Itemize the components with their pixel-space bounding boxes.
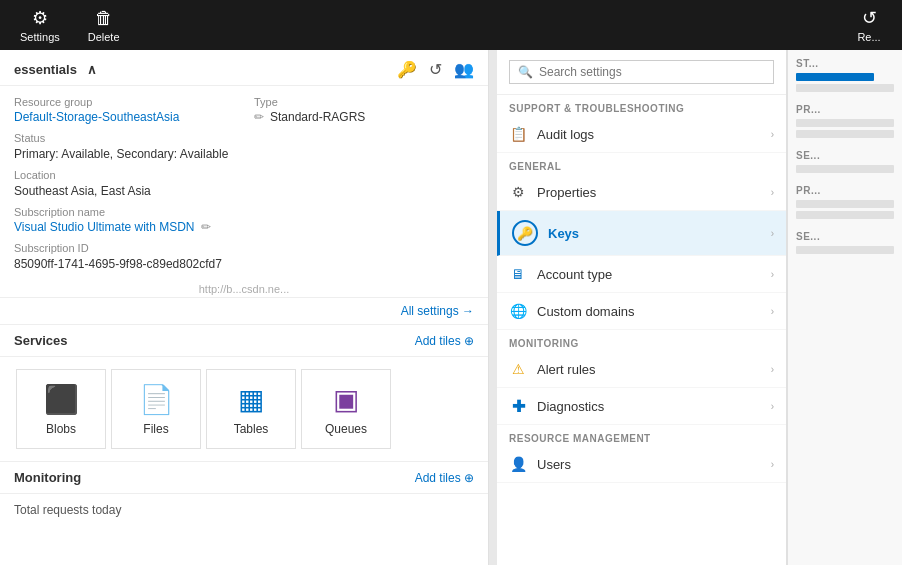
settings-item-users[interactable]: 👤 Users › [497, 446, 786, 483]
search-input-wrap: 🔍 [509, 60, 774, 84]
status-item: Status Primary: Available, Secondary: Av… [14, 132, 234, 161]
frp-section-1: PR... [796, 104, 894, 138]
alert-rules-chevron: › [771, 364, 774, 375]
resource-group-value[interactable]: Default-Storage-SoutheastAsia [14, 110, 179, 124]
services-add-tiles[interactable]: Add tiles ⊕ [415, 334, 474, 348]
frp-label-2: SE... [796, 150, 894, 161]
frp-label-4: SE... [796, 231, 894, 242]
keys-icon: 🔑 [517, 226, 533, 241]
main-area: essentials ∧ 🔑 ↺ 👥 Resource group Defaul… [0, 50, 902, 565]
subscription-name-item: Subscription name Visual Studio Ultimate… [14, 206, 234, 234]
reconnect-icon: ↺ [862, 7, 877, 29]
blobs-label: Blobs [46, 422, 76, 436]
frp-bar-3-1 [796, 211, 894, 219]
tile-blobs[interactable]: ⬛ Blobs [16, 369, 106, 449]
settings-button[interactable]: ⚙ Settings [8, 3, 72, 47]
files-label: Files [143, 422, 168, 436]
category-general: GENERAL [497, 153, 786, 174]
monitoring-text: Total requests today [14, 503, 121, 517]
search-icon: 🔍 [518, 65, 533, 79]
search-settings-input[interactable] [539, 65, 765, 79]
audit-logs-icon: 📋 [509, 125, 527, 143]
frp-section-2: SE... [796, 150, 894, 173]
diagnostics-icon: ✚ [509, 397, 527, 415]
essentials-title: essentials ∧ [14, 62, 97, 77]
custom-domains-chevron: › [771, 306, 774, 317]
keys-chevron: › [771, 228, 774, 239]
key-icon[interactable]: 🔑 [397, 60, 417, 79]
all-settings-link[interactable]: All settings → [401, 304, 474, 318]
settings-item-diagnostics[interactable]: ✚ Diagnostics › [497, 388, 786, 425]
info-grid: Resource group Default-Storage-Southeast… [0, 86, 488, 281]
alert-rules-label: Alert rules [537, 362, 761, 377]
frp-label-1: PR... [796, 104, 894, 115]
refresh-icon[interactable]: ↺ [429, 60, 442, 79]
delete-label: Delete [88, 31, 120, 43]
account-type-label: Account type [537, 267, 761, 282]
users-label: Users [537, 457, 761, 472]
category-support: SUPPORT & TROUBLESHOOTING [497, 95, 786, 116]
left-panel: essentials ∧ 🔑 ↺ 👥 Resource group Defaul… [0, 50, 489, 565]
settings-item-audit-logs[interactable]: 📋 Audit logs › [497, 116, 786, 153]
type-value: Standard-RAGRS [270, 110, 365, 124]
status-value: Primary: Available, Secondary: Available [14, 147, 228, 161]
subscription-name-label: Subscription name [14, 206, 234, 218]
type-label: Type [254, 96, 474, 108]
frp-bar-1-1 [796, 130, 894, 138]
settings-item-keys[interactable]: 🔑 Keys › [497, 211, 786, 256]
subscription-id-value: 85090ff-1741-4695-9f98-c89ed802cfd7 [14, 257, 222, 271]
custom-domains-icon: 🌐 [509, 302, 527, 320]
audit-logs-chevron: › [771, 129, 774, 140]
persons-icon[interactable]: 👥 [454, 60, 474, 79]
alert-rules-icon: ⚠ [509, 360, 527, 378]
search-bar-container: 🔍 [497, 50, 786, 95]
settings-item-account-type[interactable]: 🖥 Account type › [497, 256, 786, 293]
frp-section-0: ST... [796, 58, 894, 92]
frp-bar-3-0 [796, 200, 894, 208]
all-settings-bar: All settings → [0, 297, 488, 324]
reconnect-label: Re... [857, 31, 880, 43]
keys-label: Keys [548, 226, 761, 241]
delete-button[interactable]: 🗑 Delete [76, 3, 132, 47]
tile-files[interactable]: 📄 Files [111, 369, 201, 449]
properties-chevron: › [771, 187, 774, 198]
settings-item-custom-domains[interactable]: 🌐 Custom domains › [497, 293, 786, 330]
users-icon: 👤 [509, 455, 527, 473]
tile-tables[interactable]: ▦ Tables [206, 369, 296, 449]
settings-item-properties[interactable]: ⚙ Properties › [497, 174, 786, 211]
custom-domains-label: Custom domains [537, 304, 761, 319]
status-label: Status [14, 132, 234, 144]
monitoring-title: Monitoring [14, 470, 81, 485]
tables-label: Tables [234, 422, 269, 436]
far-right-panel: ST... PR... SE... PR... SE... [787, 50, 902, 565]
empty-item-3 [254, 206, 474, 234]
settings-item-alert-rules[interactable]: ⚠ Alert rules › [497, 351, 786, 388]
queues-icon: ▣ [333, 383, 359, 416]
reconnect-button[interactable]: ↺ Re... [844, 3, 894, 47]
properties-icon: ⚙ [509, 183, 527, 201]
monitoring-add-tiles[interactable]: Add tiles ⊕ [415, 471, 474, 485]
location-value: Southeast Asia, East Asia [14, 184, 151, 198]
tile-queues[interactable]: ▣ Queues [301, 369, 391, 449]
essentials-header: essentials ∧ 🔑 ↺ 👥 [0, 50, 488, 86]
resource-group-item: Resource group Default-Storage-Southeast… [14, 96, 234, 124]
location-item: Location Southeast Asia, East Asia [14, 169, 234, 198]
monitoring-content: Total requests today [0, 494, 488, 525]
frp-bar-1-0 [796, 119, 894, 127]
diagnostics-chevron: › [771, 401, 774, 412]
category-monitoring: MONITORING [497, 330, 786, 351]
frp-label-3: PR... [796, 185, 894, 196]
type-item: Type ✏ Standard-RAGRS [254, 96, 474, 124]
resource-group-label: Resource group [14, 96, 234, 108]
frp-section-3: PR... [796, 185, 894, 219]
files-icon: 📄 [139, 383, 174, 416]
category-resource-mgmt: RESOURCE MANAGEMENT [497, 425, 786, 446]
subscription-name-value[interactable]: Visual Studio Ultimate with MSDN [14, 220, 195, 234]
frp-bar-2-0 [796, 165, 894, 173]
subscription-edit-icon[interactable]: ✏ [201, 220, 211, 234]
audit-logs-label: Audit logs [537, 127, 761, 142]
type-edit-icon[interactable]: ✏ [254, 110, 264, 124]
frp-bar-0-0 [796, 73, 874, 81]
toolbar: ⚙ Settings 🗑 Delete ↺ Re... [0, 0, 902, 50]
delete-icon: 🗑 [95, 8, 113, 29]
